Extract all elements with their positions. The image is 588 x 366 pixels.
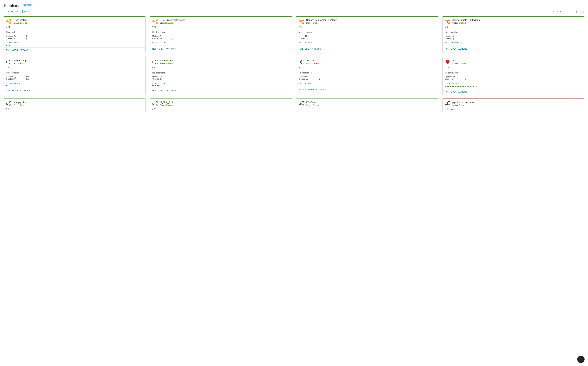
- created-by-value: ker: [26, 78, 29, 80]
- pipeline-name[interactable]: RestPipeline: [14, 19, 143, 21]
- svg-rect-31: [7, 103, 8, 105]
- open-link[interactable]: OPEN: [451, 48, 456, 50]
- run-link[interactable]: RUN: [6, 49, 10, 51]
- tag-icon: [447, 108, 449, 110]
- new-pipeline-button[interactable]: NEW PIPELINE: [4, 10, 21, 13]
- actions-link[interactable]: ACTIONS⌃: [20, 49, 30, 51]
- executions-link[interactable]: 0 EXECUTIONS: [299, 42, 436, 44]
- created-by-label: Created By: [6, 37, 25, 39]
- actions-link[interactable]: ACTIONS⌃: [458, 91, 469, 93]
- pipeline-status: Status: Enabled: [14, 104, 143, 106]
- tag-icon: [447, 66, 449, 69]
- executions-link[interactable]: 0 EXECUTIONS: [299, 82, 436, 84]
- pipeline-name[interactable]: भया: [452, 59, 582, 62]
- pipeline-description: No description: [443, 70, 584, 76]
- open-link[interactable]: OPEN: [158, 90, 164, 92]
- run-link[interactable]: RUN: [445, 91, 449, 93]
- open-link[interactable]: OPEN: [12, 49, 18, 51]
- svg-rect-40: [302, 101, 304, 103]
- tag-row: 0: [297, 25, 438, 29]
- pipeline-name[interactable]: pipeline-service-master: [452, 101, 582, 104]
- open-link[interactable]: OPEN: [451, 91, 456, 93]
- run-link[interactable]: RUN: [445, 48, 449, 50]
- pipeline-name[interactable]: Blue-GreenDeployment: [160, 19, 289, 21]
- run-link[interactable]: RUN: [152, 90, 157, 92]
- pipeline-card: RestPipelineStatus: Enabled0No descripti…: [4, 16, 146, 53]
- svg-rect-20: [10, 63, 11, 64]
- pipeline-status: Status: Enabled: [14, 22, 143, 24]
- pipeline-name[interactable]: Canary-Deployment-Strategy: [306, 19, 436, 21]
- run-link[interactable]: RUN: [299, 48, 303, 50]
- executions-link[interactable]: 2 EXECUTIONS: [6, 42, 143, 44]
- pipeline-name[interactable]: Test_m: [306, 59, 436, 62]
- pipeline-name[interactable]: RollingUpdate Deployment: [452, 19, 582, 21]
- pipeline-card: भयाStatus: Enabled0No descriptionUpdated…: [442, 57, 584, 95]
- svg-rect-4: [10, 22, 11, 24]
- pipeline-description: No description: [4, 70, 145, 76]
- executions-link[interactable]: 0 EXECUTIONS: [445, 42, 582, 44]
- pipeline-icon: [6, 19, 12, 24]
- open-link[interactable]: OPEN: [158, 48, 164, 50]
- actions-link[interactable]: ACTIONS⌃: [166, 48, 176, 50]
- updated-by-label: Updated By: [6, 76, 25, 78]
- tag-icon: [447, 26, 449, 28]
- enable-link[interactable]: ENABLE: [299, 88, 306, 91]
- chat-fab[interactable]: [577, 356, 585, 363]
- pipeline-icon: [299, 59, 304, 65]
- pipeline-name[interactable]: MyKubeApp: [14, 59, 143, 62]
- run-link[interactable]: RUN: [6, 90, 10, 92]
- refresh-icon[interactable]: [582, 10, 584, 13]
- pipeline-name[interactable]: K8s-Test-1: [306, 101, 436, 104]
- search-input[interactable]: [557, 10, 574, 13]
- svg-rect-7: [156, 19, 157, 21]
- tag-chip[interactable]: tan: [450, 108, 455, 110]
- svg-rect-19: [10, 60, 11, 61]
- svg-point-25: [155, 67, 155, 67]
- svg-rect-23: [156, 60, 157, 61]
- svg-rect-44: [448, 105, 450, 106]
- pipeline-status: Status: Enabled: [14, 62, 143, 65]
- actions-link[interactable]: ACTIONS⌃: [458, 48, 469, 50]
- tag-row: 0: [150, 66, 291, 70]
- pipeline-icon: [445, 59, 450, 65]
- executions-link[interactable]: 0 EXECUTIONS: [152, 42, 289, 44]
- created-by-value: b: [465, 78, 466, 80]
- run-link[interactable]: RUN: [152, 48, 157, 50]
- updated-by-label: Updated By: [445, 76, 464, 78]
- updated-by-label: Updated By: [152, 76, 171, 78]
- pipeline-name[interactable]: test-pipeline: [14, 101, 143, 104]
- tag-row: 0: [150, 108, 291, 112]
- actions-link[interactable]: ACTIONS⌃: [20, 90, 30, 92]
- svg-rect-32: [10, 101, 11, 103]
- pipeline-name[interactable]: TestBlueprint: [160, 59, 289, 62]
- created-by-label: Created By: [299, 78, 318, 80]
- created-by-label: Created By: [6, 78, 25, 80]
- created-by-label: Created By: [445, 78, 464, 80]
- updated-by-value: b: [465, 76, 466, 78]
- created-by-label: Created By: [445, 37, 464, 39]
- executions-link[interactable]: 1 EXECUTIONS: [6, 82, 143, 84]
- updated-by-label: Updated By: [152, 35, 171, 37]
- pipeline-name[interactable]: M_Test_PL1: [160, 101, 289, 104]
- open-link[interactable]: OPEN: [308, 88, 314, 91]
- created-by-label: Created By: [299, 37, 318, 39]
- executions-link[interactable]: 3 EXECUTIONS: [152, 82, 289, 84]
- actions-link[interactable]: ACTIONS⌃: [166, 90, 176, 92]
- svg-point-45: [447, 109, 447, 109]
- executions-link[interactable]: 12 EXECUTIONS: [445, 82, 582, 84]
- execution-dot: [6, 45, 8, 46]
- pipeline-status: Status: Enabled: [452, 63, 582, 65]
- search-icon: [553, 10, 556, 13]
- open-link[interactable]: OPEN: [305, 48, 310, 50]
- import-button[interactable]: IMPORT: [22, 10, 33, 13]
- open-link[interactable]: OPEN: [12, 90, 18, 92]
- more-dots: ···: [475, 85, 477, 87]
- actions-link[interactable]: ACTIONS⌃: [316, 88, 326, 91]
- execution-dot: [9, 45, 10, 46]
- actions-link[interactable]: ACTIONS⌃: [312, 48, 323, 50]
- execution-dot: [463, 86, 464, 87]
- filter-icon[interactable]: [576, 10, 578, 13]
- svg-rect-8: [156, 22, 157, 24]
- svg-rect-33: [10, 105, 11, 106]
- svg-point-29: [301, 67, 301, 67]
